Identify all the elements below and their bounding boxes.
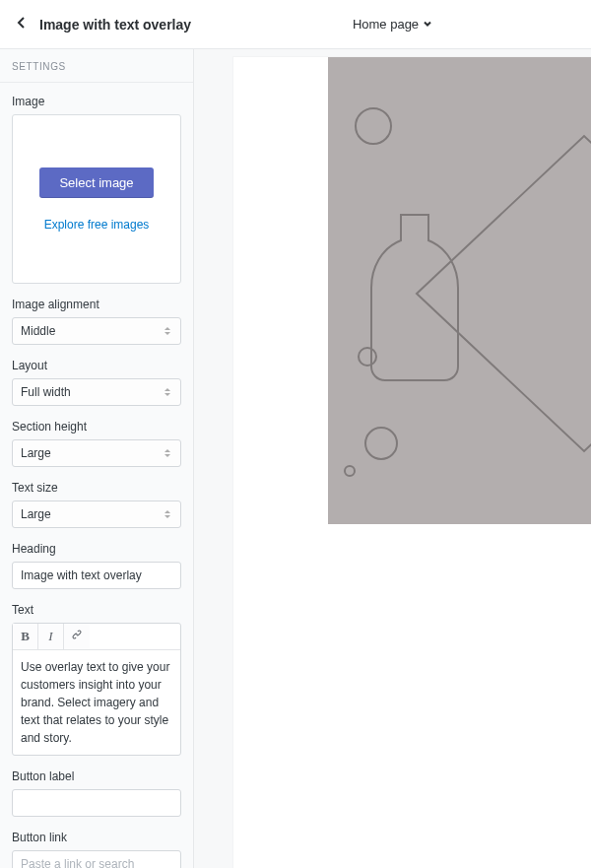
text-input[interactable]: Use overlay text to give your customers … [13, 650, 180, 755]
topbar: Image with text overlay Home page [0, 0, 591, 49]
button-link-input[interactable] [12, 850, 181, 868]
heading-label: Heading [12, 542, 181, 556]
field-image: Image Select image Explore free images [12, 95, 181, 284]
explore-free-images-link[interactable]: Explore free images [44, 218, 150, 232]
link-button[interactable] [64, 624, 90, 649]
image-well: Select image Explore free images [12, 114, 181, 284]
preview-area [194, 49, 591, 868]
section-height-select[interactable]: Large [12, 439, 181, 467]
text-size-select[interactable]: Large [12, 501, 181, 528]
section-height-value: Large [21, 446, 51, 460]
link-icon [71, 629, 83, 644]
select-chevron-icon [163, 385, 172, 399]
preview-hero-image [328, 57, 591, 524]
topbar-center: Home page [194, 17, 591, 32]
bold-button[interactable]: B [13, 624, 38, 649]
svg-rect-0 [328, 57, 591, 524]
select-image-button[interactable]: Select image [39, 167, 153, 198]
panel-title: Image with text overlay [39, 17, 191, 33]
select-chevron-icon [163, 446, 172, 460]
image-label: Image [12, 95, 181, 108]
field-heading: Heading [12, 542, 181, 589]
text-size-value: Large [21, 507, 51, 521]
button-label-label: Button label [12, 769, 181, 783]
settings-header: SETTINGS [0, 49, 193, 83]
section-height-label: Section height [12, 420, 181, 434]
field-image-alignment: Image alignment Middle [12, 298, 181, 345]
topbar-left: Image with text overlay [0, 11, 194, 38]
field-layout: Layout Full width [12, 359, 181, 406]
page-selector[interactable]: Home page [353, 17, 432, 32]
layout-value: Full width [21, 385, 71, 399]
layout-select[interactable]: Full width [12, 378, 181, 406]
settings-sidebar: SETTINGS Image Select image Explore free… [0, 49, 194, 868]
preview-canvas [233, 57, 591, 868]
layout-label: Layout [12, 359, 181, 372]
rich-text-editor: B I Use overlay text to give your custom… [12, 623, 181, 756]
chevron-left-icon [15, 16, 29, 33]
italic-button[interactable]: I [38, 624, 64, 649]
field-text: Text B I Use overlay text to give your c… [12, 603, 181, 756]
page-selector-label: Home page [353, 17, 419, 32]
field-text-size: Text size Large [12, 481, 181, 528]
select-chevron-icon [163, 324, 172, 338]
button-label-input[interactable] [12, 789, 181, 817]
settings-panel: Image Select image Explore free images I… [0, 83, 193, 868]
text-size-label: Text size [12, 481, 181, 495]
text-label: Text [12, 603, 181, 617]
button-link-label: Button link [12, 831, 181, 844]
chevron-down-icon [419, 17, 432, 32]
heading-input[interactable] [12, 562, 181, 589]
image-alignment-select[interactable]: Middle [12, 317, 181, 345]
placeholder-illustration-icon [328, 57, 591, 524]
rte-toolbar: B I [13, 624, 180, 650]
image-alignment-value: Middle [21, 324, 55, 338]
field-button-link: Button link [12, 831, 181, 868]
select-chevron-icon [163, 507, 172, 521]
field-section-height: Section height Large [12, 420, 181, 467]
image-alignment-label: Image alignment [12, 298, 181, 311]
back-button[interactable] [8, 11, 35, 38]
field-button-label: Button label [12, 769, 181, 817]
